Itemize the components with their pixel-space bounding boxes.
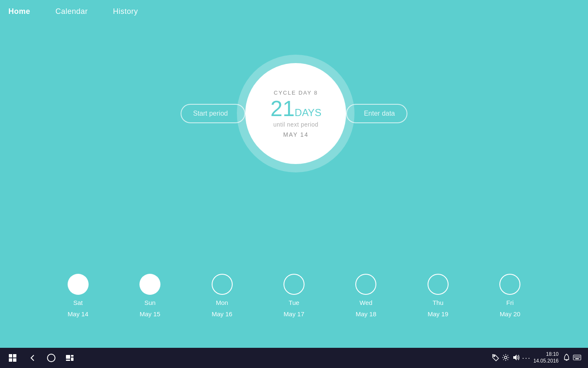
outer-ring: CYCLE DAY 8 21 DAYS until next period MA… <box>237 55 354 172</box>
day-date-sat: May 14 <box>68 310 88 318</box>
task-view-button[interactable] <box>60 349 79 367</box>
svg-rect-2 <box>9 358 12 362</box>
svg-rect-1 <box>13 354 16 357</box>
day-circle-wed <box>355 274 376 295</box>
windows-icon <box>9 354 16 362</box>
dot-thu <box>434 280 442 289</box>
day-date-sun: May 15 <box>140 310 160 318</box>
day-name-sun: Sun <box>144 299 156 306</box>
dot-tue <box>290 280 298 289</box>
svg-rect-3 <box>13 358 16 362</box>
day-sat[interactable]: Sat May 14 <box>68 274 89 318</box>
svg-point-9 <box>494 355 495 357</box>
more-icon[interactable]: ··· <box>522 354 531 363</box>
task-view-icon <box>66 355 74 361</box>
back-icon <box>29 354 37 362</box>
volume-icon[interactable] <box>512 354 520 363</box>
day-circle-mon <box>212 274 233 295</box>
day-date-thu: May 19 <box>428 310 448 318</box>
tag-icon[interactable] <box>492 354 499 363</box>
nav-calendar[interactable]: Calendar <box>55 7 88 16</box>
day-circle-sat <box>68 274 89 295</box>
svg-rect-5 <box>66 355 70 359</box>
nav-home[interactable]: Home <box>8 7 30 16</box>
day-date-wed: May 18 <box>356 310 376 318</box>
day-circle-sun <box>139 274 160 295</box>
navigation: Home Calendar History <box>0 0 588 23</box>
day-name-tue: Tue <box>289 299 299 306</box>
svg-rect-0 <box>9 354 12 357</box>
day-name-wed: Wed <box>360 299 373 306</box>
dot-fri <box>506 280 514 289</box>
day-circle-thu <box>428 274 449 295</box>
days-word: DAYS <box>295 107 322 119</box>
day-sun[interactable]: Sun May 15 <box>139 274 160 318</box>
svg-point-10 <box>504 356 507 359</box>
start-period-button[interactable]: Start period <box>181 104 246 123</box>
dot-wed <box>362 280 370 289</box>
search-icon <box>47 354 55 362</box>
inner-circle: CYCLE DAY 8 21 DAYS until next period MA… <box>245 63 346 164</box>
settings-icon[interactable] <box>502 354 509 363</box>
svg-rect-8 <box>66 360 70 361</box>
next-date: MAY 14 <box>283 131 309 138</box>
day-wed[interactable]: Wed May 18 <box>355 274 376 318</box>
back-button[interactable] <box>24 349 42 367</box>
windows-start-button[interactable] <box>3 349 22 367</box>
day-thu[interactable]: Thu May 19 <box>428 274 449 318</box>
clock-time: 18:10 <box>546 351 559 358</box>
system-tray: ··· 18:10 14.05.2016 <box>488 351 585 364</box>
nav-history[interactable]: History <box>113 7 138 16</box>
day-mon[interactable]: Mon May 16 <box>212 274 233 318</box>
enter-data-button[interactable]: Enter data <box>346 104 407 123</box>
day-date-fri: May 20 <box>500 310 520 318</box>
calendar-strip: Sat May 14 Sun May 15 Mon May 16 Tue May… <box>0 274 588 318</box>
day-name-mon: Mon <box>216 299 228 306</box>
day-circle-fri <box>499 274 520 295</box>
until-text: until next period <box>273 121 318 128</box>
days-number: 21 <box>270 98 295 119</box>
day-fri[interactable]: Fri May 20 <box>499 274 520 318</box>
day-circle-tue <box>284 274 304 295</box>
day-date-tue: May 17 <box>284 310 304 318</box>
svg-rect-6 <box>71 355 74 357</box>
svg-point-4 <box>47 354 55 362</box>
day-name-fri: Fri <box>506 299 514 306</box>
day-date-mon: May 16 <box>212 310 232 318</box>
keyboard-icon[interactable] <box>573 355 581 362</box>
dot-mon <box>218 280 226 289</box>
notification-icon[interactable] <box>563 354 570 363</box>
clock-area[interactable]: 18:10 14.05.2016 <box>533 351 560 364</box>
svg-rect-7 <box>71 357 74 361</box>
cycle-day-label: CYCLE DAY 8 <box>274 90 318 96</box>
day-name-thu: Thu <box>433 299 444 306</box>
taskbar: ··· 18:10 14.05.2016 <box>0 348 588 368</box>
days-count-container: 21 DAYS <box>270 98 321 119</box>
day-tue[interactable]: Tue May 17 <box>284 274 304 318</box>
cycle-widget: Start period CYCLE DAY 8 21 DAYS until n… <box>176 55 412 172</box>
search-button[interactable] <box>44 350 59 365</box>
day-name-sat: Sat <box>73 299 83 306</box>
clock-date: 14.05.2016 <box>533 358 559 365</box>
taskbar-left <box>3 349 79 367</box>
